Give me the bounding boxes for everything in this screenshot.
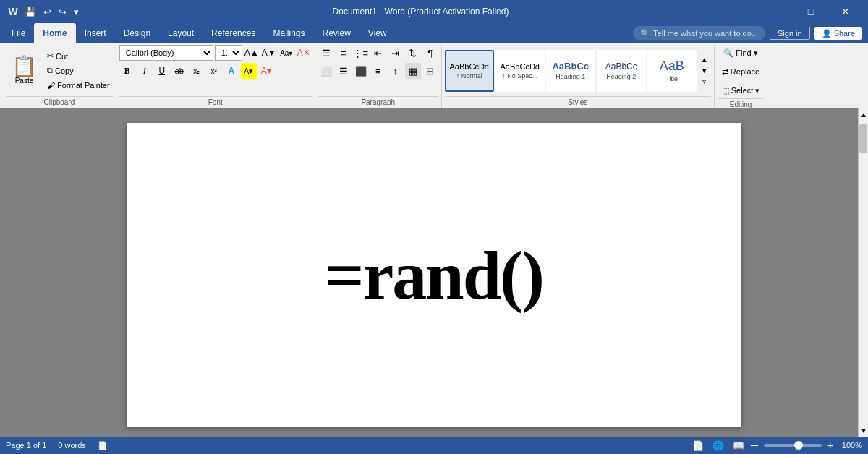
undo-quick-btn[interactable]: ↩ bbox=[41, 5, 54, 19]
find-icon: 🔍 bbox=[723, 48, 733, 58]
superscript-button[interactable]: x² bbox=[206, 63, 222, 79]
text-effects-button[interactable]: A bbox=[224, 63, 239, 79]
paragraph-content: ☰ ≡ ⋮≡ ⇤ ⇥ ⇅ ¶ ⬜ ☰ ⬛ ≡ ↕ ▦ ⊞ bbox=[318, 45, 438, 96]
paragraph-label: Paragraph bbox=[318, 96, 438, 108]
zoom-out-button[interactable]: ─ bbox=[751, 440, 758, 451]
shading-button[interactable]: ▦ bbox=[405, 63, 421, 79]
scroll-track[interactable] bbox=[859, 121, 868, 424]
select-button[interactable]: ⬚ Select ▾ bbox=[718, 82, 765, 98]
show-marks-button[interactable]: ¶ bbox=[422, 45, 438, 61]
style-heading2-preview: AaBbCc bbox=[605, 61, 637, 72]
zoom-slider[interactable] bbox=[764, 444, 822, 447]
read-mode-button[interactable]: 📖 bbox=[731, 439, 746, 452]
scroll-thumb[interactable] bbox=[859, 124, 867, 153]
close-button[interactable]: ✕ bbox=[829, 0, 862, 23]
print-layout-button[interactable]: 📄 bbox=[690, 439, 706, 452]
scroll-down-arrow[interactable]: ▼ bbox=[859, 424, 868, 437]
copy-button[interactable]: ⧉ Copy bbox=[44, 64, 113, 77]
justify-button[interactable]: ≡ bbox=[370, 63, 386, 79]
tab-references[interactable]: References bbox=[203, 23, 264, 43]
minimize-button[interactable]: ─ bbox=[760, 0, 793, 23]
highlight-button[interactable]: A▾ bbox=[241, 63, 257, 79]
select-arrow: ▾ bbox=[755, 86, 760, 95]
select-icon: ⬚ bbox=[722, 86, 729, 95]
grow-shrink-buttons: A▲ A▼ bbox=[244, 45, 277, 61]
document-container: =rand() bbox=[0, 108, 868, 437]
style-heading2-label: Heading 2 bbox=[606, 73, 636, 80]
change-case-button[interactable]: Aa▾ bbox=[278, 45, 294, 61]
shrink-font-button[interactable]: A▼ bbox=[261, 45, 277, 61]
line-spacing-button[interactable]: ↕ bbox=[388, 63, 404, 79]
tab-view[interactable]: View bbox=[359, 23, 396, 43]
paragraph-group: ☰ ≡ ⋮≡ ⇤ ⇥ ⇅ ¶ ⬜ ☰ ⬛ ≡ ↕ ▦ ⊞ Paragraph bbox=[315, 45, 442, 108]
style-title-label: Title bbox=[665, 75, 678, 82]
styles-scroll-down[interactable]: ▼ bbox=[699, 66, 710, 76]
sort-button[interactable]: ⇅ bbox=[405, 45, 421, 61]
align-center-button[interactable]: ☰ bbox=[336, 63, 352, 79]
tab-review[interactable]: Review bbox=[313, 23, 359, 43]
strikethrough-button[interactable]: ab bbox=[171, 63, 187, 79]
style-title[interactable]: AaB Title bbox=[647, 50, 697, 92]
clear-format-button[interactable]: A✕ bbox=[296, 45, 312, 61]
word-count: 0 words bbox=[58, 441, 86, 450]
para-row-2: ⬜ ☰ ⬛ ≡ ↕ ▦ ⊞ bbox=[318, 63, 438, 79]
italic-button[interactable]: I bbox=[137, 63, 153, 79]
font-name-select[interactable]: Calibri (Body) bbox=[119, 45, 213, 61]
tab-insert[interactable]: Insert bbox=[76, 23, 115, 43]
bullets-button[interactable]: ☰ bbox=[318, 45, 334, 61]
numbering-button[interactable]: ≡ bbox=[336, 45, 352, 61]
grow-font-button[interactable]: A▲ bbox=[244, 45, 260, 61]
document-content[interactable]: =rand() bbox=[325, 235, 543, 315]
align-left-button[interactable]: ⬜ bbox=[318, 63, 334, 79]
find-arrow: ▾ bbox=[754, 48, 758, 58]
styles-expand[interactable]: ▿ bbox=[699, 77, 710, 87]
style-normal[interactable]: AaBbCcDd ↑ Normal bbox=[445, 50, 494, 92]
cut-button[interactable]: ✂ Cut bbox=[44, 50, 113, 63]
tab-home[interactable]: Home bbox=[34, 23, 75, 43]
style-heading1[interactable]: AaBbCc Heading 1 bbox=[546, 50, 595, 92]
search-bar[interactable]: 🔍 Tell me what you want to do... bbox=[633, 26, 765, 40]
font-color-button[interactable]: A▾ bbox=[258, 63, 274, 79]
quick-access-toolbar: W 💾 ↩ ↪ ▾ bbox=[6, 4, 82, 19]
styles-scroll: ▲ ▼ ▿ bbox=[698, 53, 711, 88]
increase-indent-button[interactable]: ⇥ bbox=[388, 45, 404, 61]
format-painter-icon: 🖌 bbox=[47, 81, 55, 90]
clipboard-label: Clipboard bbox=[6, 96, 113, 108]
paste-button[interactable]: 📋 Paste bbox=[6, 50, 43, 92]
share-button[interactable]: 👤 Share bbox=[814, 27, 862, 40]
styles-scroll-up[interactable]: ▲ bbox=[699, 55, 710, 65]
redo-quick-btn[interactable]: ↪ bbox=[56, 5, 69, 19]
customize-quick-btn[interactable]: ▾ bbox=[71, 5, 82, 19]
tab-mailings[interactable]: Mailings bbox=[264, 23, 313, 43]
cut-icon: ✂ bbox=[47, 51, 54, 61]
right-scrollbar[interactable]: ▲ ▼ bbox=[858, 108, 868, 437]
font-content: Calibri (Body) 11 A▲ A▼ Aa▾ A✕ B I U ab … bbox=[119, 45, 312, 96]
save-quick-btn[interactable]: 💾 bbox=[22, 5, 39, 19]
tab-file[interactable]: File bbox=[3, 23, 34, 43]
align-right-button[interactable]: ⬛ bbox=[353, 63, 369, 79]
web-layout-button[interactable]: 🌐 bbox=[710, 439, 726, 452]
borders-button[interactable]: ⊞ bbox=[422, 63, 438, 79]
scroll-up-arrow[interactable]: ▲ bbox=[859, 108, 868, 121]
format-painter-button[interactable]: 🖌 Format Painter bbox=[44, 79, 113, 92]
multilevel-button[interactable]: ⋮≡ bbox=[353, 45, 369, 61]
subscript-button[interactable]: x₂ bbox=[189, 63, 205, 79]
style-no-spacing[interactable]: AaBbCcDd ↑ No Spac... bbox=[495, 50, 545, 92]
zoom-in-button[interactable]: + bbox=[827, 440, 833, 451]
find-button[interactable]: 🔍 Find ▾ bbox=[719, 45, 762, 61]
style-heading2[interactable]: AaBbCc Heading 2 bbox=[597, 50, 646, 92]
maximize-button[interactable]: □ bbox=[794, 0, 827, 23]
tab-design[interactable]: Design bbox=[115, 23, 159, 43]
replace-button[interactable]: ⇄ Replace bbox=[718, 64, 764, 80]
bold-button[interactable]: B bbox=[119, 63, 135, 79]
underline-button[interactable]: U bbox=[154, 63, 170, 79]
share-icon: 👤 bbox=[822, 29, 832, 38]
styles-gallery: AaBbCcDd ↑ Normal AaBbCcDd ↑ No Spac... … bbox=[445, 50, 697, 92]
copy-icon: ⧉ bbox=[47, 66, 53, 75]
decrease-indent-button[interactable]: ⇤ bbox=[370, 45, 386, 61]
tab-layout[interactable]: Layout bbox=[159, 23, 203, 43]
font-size-select[interactable]: 11 bbox=[215, 45, 242, 61]
sign-in-button[interactable]: Sign in bbox=[770, 27, 810, 40]
font-label: Font bbox=[119, 96, 312, 108]
style-title-preview: AaB bbox=[660, 59, 684, 74]
